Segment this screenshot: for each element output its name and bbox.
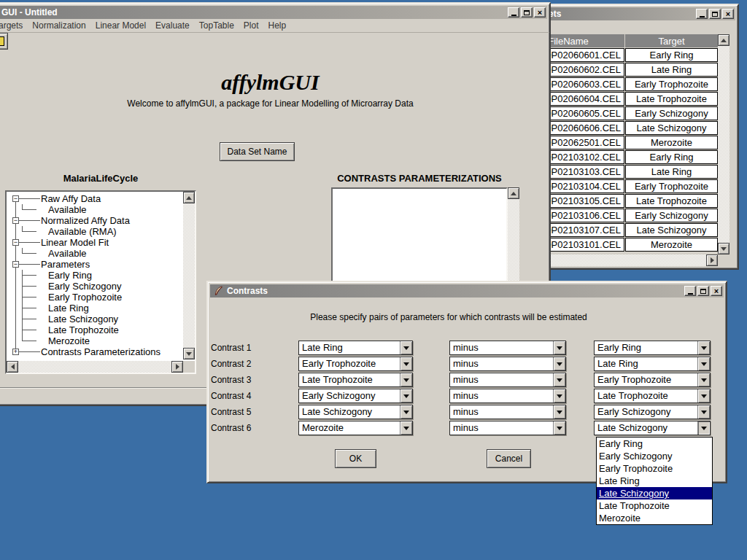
dropdown-item-early-ring[interactable]: Early Ring xyxy=(597,438,712,450)
target-cell[interactable]: Late Schizogony xyxy=(625,121,718,135)
target-cell[interactable]: Early Schizogony xyxy=(625,209,718,222)
combo-arrow-button[interactable] xyxy=(400,341,412,354)
combo-arrow-button[interactable] xyxy=(553,341,565,354)
target-cell[interactable]: Early Trophozoite xyxy=(625,179,718,193)
maximize-button[interactable] xyxy=(709,9,721,19)
menu-plot[interactable]: Plot xyxy=(244,20,259,31)
combo-arrow-button[interactable] xyxy=(697,373,710,386)
target-cell[interactable]: Late Schizogony xyxy=(625,223,718,237)
scroll-right-button[interactable] xyxy=(706,254,718,266)
tree-item-raw-affy-data[interactable]: −Raw Affy Data xyxy=(7,193,183,204)
contrast-6-operator-combo[interactable]: minus xyxy=(449,421,566,435)
contrast-4-operator-combo[interactable]: minus xyxy=(449,389,566,403)
tree-item-linear-model-fit[interactable]: −Linear Model Fit xyxy=(7,237,183,248)
tree-item-merozoite[interactable]: Merozoite xyxy=(7,335,183,346)
combo-arrow-button[interactable] xyxy=(553,389,565,402)
combo-arrow-button[interactable] xyxy=(553,373,565,386)
scroll-left-button[interactable] xyxy=(7,361,18,373)
combo-arrow-button[interactable] xyxy=(553,405,565,419)
tree-item-available[interactable]: Available xyxy=(7,204,183,215)
data-set-name-button[interactable]: Data Set Name xyxy=(220,142,295,161)
dropdown-item-merozoite[interactable]: Merozoite xyxy=(597,512,712,524)
contrast-6-right-combo[interactable]: Late Schizogony xyxy=(594,421,711,435)
tree-vertical-scrollbar[interactable] xyxy=(183,192,195,359)
dropdown-item-late-trophozoite[interactable]: Late Trophozoite xyxy=(597,499,712,512)
expander-icon[interactable]: − xyxy=(12,261,19,268)
contrast-1-right-combo[interactable]: Early Ring xyxy=(594,341,711,355)
combo-arrow-button[interactable] xyxy=(400,357,412,370)
contrast-3-left-combo[interactable]: Late Trophozoite xyxy=(298,373,413,387)
tree-item-early-ring[interactable]: Early Ring xyxy=(7,270,183,281)
contrast-4-left-combo[interactable]: Early Schizogony xyxy=(298,389,413,403)
scroll-down-button[interactable] xyxy=(718,243,729,254)
close-button[interactable]: × xyxy=(722,9,734,19)
expander-icon[interactable]: + xyxy=(12,349,19,355)
maximize-button[interactable] xyxy=(697,286,709,296)
contrast-2-left-combo[interactable]: Early Trophozoite xyxy=(298,357,413,371)
ok-button[interactable]: OK xyxy=(335,449,376,468)
target-cell[interactable]: Early Ring xyxy=(625,48,718,62)
target-cell[interactable]: Merozoite xyxy=(625,238,718,252)
target-cell[interactable]: Late Trophozoite xyxy=(625,194,718,208)
scroll-down-button[interactable] xyxy=(183,348,195,359)
maximize-button[interactable] xyxy=(521,7,533,18)
tree-item-available-rma[interactable]: Available (RMA) xyxy=(7,226,183,237)
contrast-1-left-combo[interactable]: Late Ring xyxy=(298,341,413,355)
contrast-1-operator-combo[interactable]: minus xyxy=(449,341,566,355)
combo-arrow-button[interactable] xyxy=(697,341,710,354)
combo-arrow-button[interactable] xyxy=(697,405,710,419)
menu-toptable[interactable]: TopTable xyxy=(199,20,234,31)
scroll-up-button[interactable] xyxy=(508,187,519,199)
main-titlebar[interactable]: GUI - Untitled × xyxy=(0,6,547,19)
close-button[interactable]: × xyxy=(534,7,546,18)
tree-item-contrasts-parameterizations[interactable]: +Contrasts Parameterizations xyxy=(7,346,183,357)
combo-arrow-button[interactable] xyxy=(697,389,710,402)
target-cell[interactable]: Early Ring xyxy=(625,150,718,164)
target-cell[interactable]: Late Ring xyxy=(625,63,718,77)
menu-evaluate[interactable]: Evaluate xyxy=(155,20,190,31)
tree-item-late-schizogony[interactable]: Late Schizogony xyxy=(7,314,183,324)
combo-arrow-button[interactable] xyxy=(697,421,710,435)
combo-arrow-button[interactable] xyxy=(400,421,412,435)
combo-arrow-button[interactable] xyxy=(400,373,412,386)
tree-horizontal-scrollbar[interactable] xyxy=(7,361,183,373)
combo-arrow-button[interactable] xyxy=(697,357,710,370)
combo-arrow-button[interactable] xyxy=(553,421,565,435)
expander-icon[interactable]: − xyxy=(12,217,19,224)
contrast-3-right-combo[interactable]: Early Trophozoite xyxy=(594,373,711,387)
dropdown-item-late-schizogony[interactable]: Late Schizogony xyxy=(597,487,712,499)
target-cell[interactable]: Merozoite xyxy=(625,136,718,149)
contrast-2-operator-combo[interactable]: minus xyxy=(449,357,566,371)
target-cell[interactable]: Early Trophozoite xyxy=(625,77,718,91)
tree-item-parameters[interactable]: −Parameters xyxy=(7,259,183,270)
minimize-button[interactable] xyxy=(684,286,696,296)
combo-arrow-button[interactable] xyxy=(400,405,412,419)
scrollbar-track[interactable] xyxy=(718,34,729,254)
tree-item-early-trophozoite[interactable]: Early Trophozoite xyxy=(7,292,183,303)
targets-vertical-scrollbar[interactable] xyxy=(718,34,729,254)
expander-icon[interactable]: − xyxy=(12,195,19,202)
scroll-right-button[interactable] xyxy=(171,361,183,373)
tree-item-normalized-affy-data[interactable]: −Normalized Affy Data xyxy=(7,215,183,226)
contrast-5-operator-combo[interactable]: minus xyxy=(449,405,566,419)
scrollbar-track[interactable] xyxy=(7,361,183,373)
tree-item-late-trophozoite[interactable]: Late Trophozoite xyxy=(7,324,183,335)
tree-item-late-ring[interactable]: Late Ring xyxy=(7,303,183,314)
minimize-button[interactable] xyxy=(696,9,708,19)
dropdown-item-late-ring[interactable]: Late Ring xyxy=(597,475,712,487)
contrast-3-operator-combo[interactable]: minus xyxy=(449,373,566,387)
scroll-up-button[interactable] xyxy=(183,192,195,203)
combo-arrow-button[interactable] xyxy=(400,389,412,402)
minimize-button[interactable] xyxy=(508,7,519,18)
menu-normalization[interactable]: Normalization xyxy=(32,20,85,31)
menu-targets[interactable]: Targets xyxy=(0,20,23,31)
contrast-5-left-combo[interactable]: Late Schizogony xyxy=(298,405,413,419)
target-cell[interactable]: Late Trophozoite xyxy=(625,92,718,106)
dropdown-item-early-trophozoite[interactable]: Early Trophozoite xyxy=(597,462,712,475)
scrollbar-track[interactable] xyxy=(183,192,195,359)
column-header-target[interactable]: Target xyxy=(625,34,718,47)
scroll-up-button[interactable] xyxy=(718,34,729,46)
contrast-4-right-combo[interactable]: Late Trophozoite xyxy=(594,389,711,403)
toolbar-button[interactable] xyxy=(0,33,8,50)
dialog-titlebar[interactable]: Contrasts × xyxy=(210,284,724,298)
